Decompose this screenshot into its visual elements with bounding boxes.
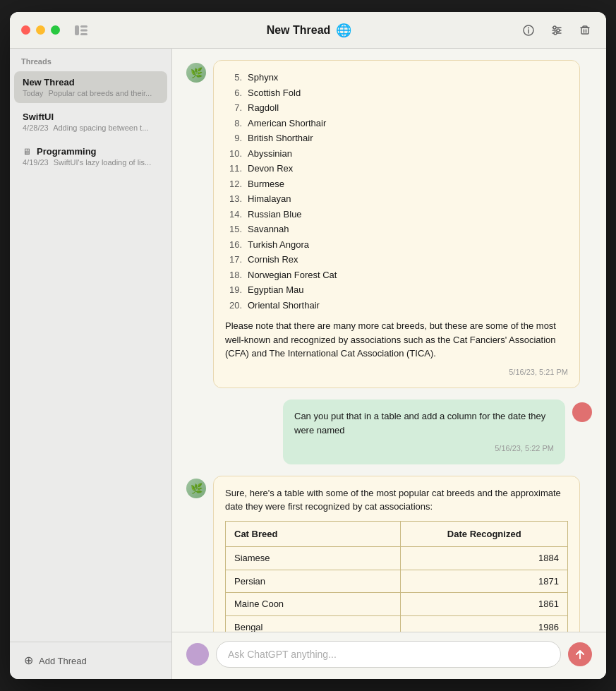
user-message-time: 5/16/23, 5:22 PM [294,443,554,455]
messages-container[interactable]: 🌿 5.Sphynx 6.Scottish Fold 7.Ragdoll 8.A… [172,49,606,632]
list-item: 5.Sphynx [225,71,568,85]
sidebar-item-new-thread[interactable]: New Thread Today Popular cat breeds and … [14,71,167,103]
breed-date: 1861 [401,593,568,616]
breed-name: Persian [226,570,401,593]
user-message-text: Can you put that in a table and add a co… [294,411,545,435]
list-item: 12.Burmese [225,177,568,191]
user-avatar [572,402,592,422]
chat-area: 🌿 5.Sphynx 6.Scottish Fold 7.Ragdoll 8.A… [172,49,606,679]
add-thread-label: Add Thread [39,656,87,666]
user-message: Can you put that in a table and add a co… [186,399,592,464]
list-item: 17.Cornish Rex [225,253,568,267]
sidebar-item-swiftui[interactable]: SwiftUI 4/28/23 Adding spacing between t… [14,106,167,138]
list-item: 20.Oriental Shorthair [225,299,568,313]
svg-rect-0 [75,25,79,35]
thread-meta: Today Popular cat breeds and their... [23,89,159,97]
sidebar-item-programming[interactable]: 🖥 Programming 4/19/23 SwiftUI's lazy loa… [14,140,167,172]
window-controls [21,25,60,35]
thread-preview: Popular cat breeds and their... [48,89,152,97]
info-button[interactable] [519,20,538,40]
table-row: Siamese 1884 [226,547,568,570]
svg-rect-13 [581,28,588,34]
thread-meta: 4/28/23 Adding spacing between t... [23,124,159,132]
svg-rect-1 [80,25,87,28]
user-bubble: Can you put that in a table and add a co… [283,399,565,464]
column-header-date: Date Recognized [401,521,568,547]
window-title: New Thread [267,24,331,37]
ai-bubble-2: Sure, here's a table with some of the mo… [213,476,580,632]
ai-avatar: 🌿 [186,63,206,83]
list-item: 15.Savannah [225,222,568,236]
sidebar-toggle-button[interactable] [71,20,91,40]
thread-date: 4/19/23 [23,158,49,167]
breed-name: Bengal [226,615,401,632]
sidebar-footer: ⊕ Add Thread [10,642,171,679]
list-item: 9.British Shorthair [225,131,568,145]
thread-meta: 4/19/23 SwiftUI's lazy loading of lis... [23,158,159,167]
svg-point-6 [528,27,529,28]
thread-title: New Thread [23,77,159,88]
list-item: 6.Scottish Fold [225,86,568,100]
plus-icon: ⊕ [24,655,33,666]
table-row: Persian 1871 [226,570,568,593]
user-input-avatar [186,643,209,666]
table-body: Siamese 1884 Persian 1871 Maine Coon 186… [226,547,568,632]
main-window: New Thread 🌐 [10,12,606,679]
add-thread-button[interactable]: ⊕ Add Thread [21,651,90,671]
thread-title-row: 🖥 Programming [23,146,159,157]
ai-message-2-intro: Sure, here's a table with some of the mo… [225,488,561,512]
title-emoji: 🌐 [336,23,351,38]
list-item: 8.American Shorthair [225,116,568,131]
table-header: Cat Breed Date Recognized [226,521,568,547]
list-item: 7.Ragdoll [225,101,568,115]
title-section: New Thread 🌐 [99,23,519,38]
thread-title: Programming [37,146,97,157]
list-item: 10.Abyssinian [225,147,568,161]
folder-icon: 🖥 [23,147,31,157]
send-button[interactable] [568,642,592,666]
ai-message-1-time: 5/16/23, 5:21 PM [225,366,568,378]
cat-breeds-table: Cat Breed Date Recognized Siamese 1884 [225,521,568,632]
main-area: Threads New Thread Today Popular cat bre… [10,49,606,679]
svg-rect-2 [80,29,87,31]
breed-date: 1884 [401,547,568,570]
settings-button[interactable] [547,20,567,40]
list-item: 16.Turkish Angora [225,238,568,252]
titlebar: New Thread 🌐 [10,12,606,49]
thread-date: 4/28/23 [23,124,49,132]
ai-message-2: 🌿 Sure, here's a table with some of the … [186,476,592,632]
table-header-row: Cat Breed Date Recognized [226,521,568,547]
ai-footer-text: Please note that there are many more cat… [225,319,568,361]
delete-button[interactable] [575,20,595,40]
column-header-breed: Cat Breed [226,521,401,547]
chat-input[interactable] [216,641,561,668]
ai-avatar-2: 🌿 [186,479,206,498]
sidebar: Threads New Thread Today Popular cat bre… [10,49,172,679]
breed-name: Siamese [226,547,401,570]
minimize-button[interactable] [36,25,45,35]
breed-date: 1986 [401,615,568,632]
list-item: 19.Egyptian Mau [225,283,568,297]
ai-bubble-1: 5.Sphynx 6.Scottish Fold 7.Ragdoll 8.Ame… [213,60,580,388]
breed-list: 5.Sphynx 6.Scottish Fold 7.Ragdoll 8.Ame… [225,71,568,312]
thread-preview: SwiftUI's lazy loading of lis... [54,158,151,167]
svg-point-10 [553,26,556,29]
svg-rect-3 [80,33,87,35]
threads-label: Threads [10,49,171,70]
titlebar-actions [519,20,595,40]
close-button[interactable] [21,25,30,35]
breed-date: 1871 [401,570,568,593]
table-row: Maine Coon 1861 [226,593,568,616]
thread-title: SwiftUI [23,112,159,122]
send-icon [574,649,586,660]
list-item: 11.Devon Rex [225,162,568,176]
svg-point-11 [557,29,560,32]
breed-name: Maine Coon [226,593,401,616]
list-item: 18.Norwegian Forest Cat [225,268,568,282]
list-item: 14.Russian Blue [225,208,568,222]
ai-message-1: 🌿 5.Sphynx 6.Scottish Fold 7.Ragdoll 8.A… [186,60,592,388]
thread-preview: Adding spacing between t... [53,124,148,132]
list-item: 13.Himalayan [225,192,568,206]
maximize-button[interactable] [51,25,60,35]
svg-point-12 [554,32,557,35]
